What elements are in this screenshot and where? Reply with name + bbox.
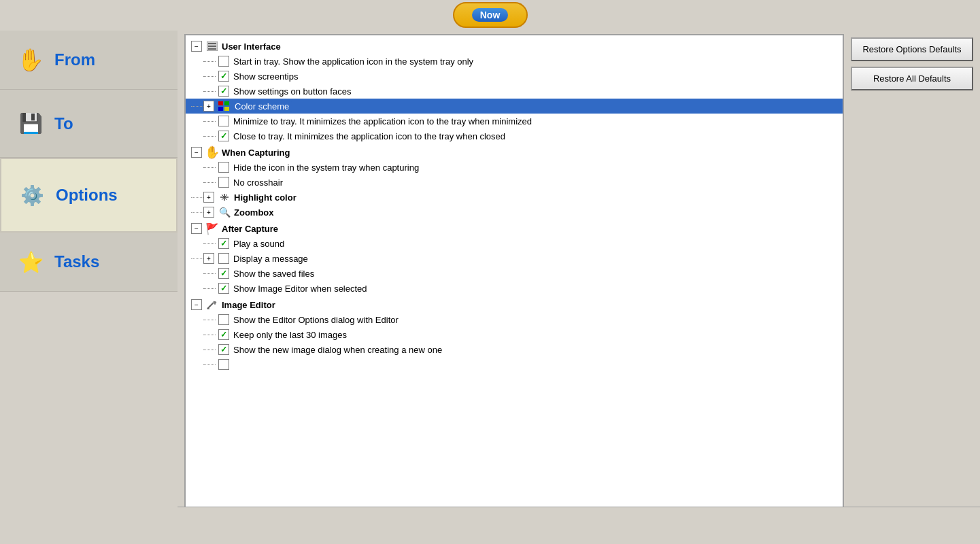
highlight-color-label: Highlight color: [233, 192, 298, 203]
show-saved-label: Show the saved files: [232, 268, 316, 279]
color-scheme-icon: [218, 101, 229, 111]
show-new-image-label: Show the new image dialog when creating …: [232, 344, 443, 356]
svg-rect-5: [224, 101, 229, 105]
tree-item-start-in-tray[interactable]: Start in tray. Show the application icon…: [186, 54, 843, 69]
when-capturing-label: When Capturing: [220, 147, 291, 158]
checkbox-close-tray[interactable]: [218, 131, 229, 141]
close-tray-label: Close to tray. It minimizes the applicat…: [232, 131, 507, 142]
main-container: Now ✋ From 💾 To ⚙️ Options ⭐ Tasks: [0, 0, 980, 544]
svg-marker-13: [214, 301, 216, 305]
minimize-tray-label: Minimize to tray. It minimizes the appli…: [232, 116, 533, 127]
expand-zoombox[interactable]: +: [203, 207, 214, 218]
from-icon: ✋: [14, 43, 48, 77]
show-settings-label: Show settings on button faces: [232, 86, 352, 97]
zoombox-icon: 🔍: [218, 207, 231, 218]
tree-item-close-tray[interactable]: Close to tray. It minimizes the applicat…: [186, 129, 843, 143]
tree-item-zoombox[interactable]: + 🔍 Zoombox: [186, 205, 843, 220]
tree-item-minimize-tray[interactable]: Minimize to tray. It minimizes the appli…: [186, 114, 843, 129]
tree-item-hide-icon[interactable]: Hide the icon in the system tray when ca…: [186, 160, 843, 175]
svg-rect-7: [224, 107, 229, 111]
keep-last-30-label: Keep only the last 30 images: [232, 329, 348, 341]
tree-section-when-capturing[interactable]: − ✋ When Capturing: [186, 145, 843, 160]
sidebar-tasks-label: Tasks: [54, 252, 99, 271]
to-icon: 💾: [14, 107, 48, 141]
expand-when-capturing[interactable]: −: [191, 147, 202, 158]
svg-line-12: [207, 303, 214, 309]
show-screentips-label: Show screentips: [232, 71, 299, 82]
sidebar: ✋ From 💾 To ⚙️ Options ⭐ Tasks: [0, 0, 178, 544]
tree-item-color-scheme[interactable]: + Color scheme: [186, 99, 843, 114]
top-bar: Now: [0, 0, 980, 31]
sidebar-item-from[interactable]: ✋ From: [0, 31, 178, 90]
tree-item-show-saved[interactable]: Show the saved files: [186, 266, 843, 281]
expand-color-scheme[interactable]: +: [203, 101, 214, 112]
tree-item-show-image-editor[interactable]: Show Image Editor when selected: [186, 281, 843, 296]
tree-item-show-screentips[interactable]: Show screentips: [186, 69, 843, 84]
status-bar: [178, 507, 980, 544]
tree-section-image-editor[interactable]: − Image Editor: [186, 297, 843, 312]
partial-label: [232, 364, 235, 365]
options-icon: ⚙️: [15, 178, 49, 212]
options-scroll[interactable]: − User Interface: [186, 35, 843, 536]
checkbox-partial[interactable]: [218, 359, 229, 370]
image-editor-icon: [206, 299, 218, 310]
checkbox-minimize-tray[interactable]: [218, 116, 229, 126]
tree-item-show-new-image[interactable]: Show the new image dialog when creating …: [186, 342, 843, 357]
tree-item-keep-last-30[interactable]: Keep only the last 30 images: [186, 327, 843, 342]
start-in-tray-label: Start in tray. Show the application icon…: [232, 56, 475, 67]
tree-item-display-message[interactable]: + Display a message: [186, 251, 843, 266]
after-capture-icon: 🚩: [206, 223, 218, 234]
sidebar-item-tasks[interactable]: ⭐ Tasks: [0, 233, 178, 292]
checkbox-display-message[interactable]: [218, 253, 229, 264]
color-scheme-label: Color scheme: [232, 101, 292, 112]
tree-item-no-crosshair[interactable]: No crosshair: [186, 175, 843, 190]
display-message-label: Display a message: [232, 253, 309, 265]
tree-item-show-settings[interactable]: Show settings on button faces: [186, 84, 843, 99]
logo-button[interactable]: Now: [453, 2, 528, 28]
checkbox-show-settings[interactable]: [218, 86, 229, 97]
checkbox-show-screentips[interactable]: [218, 71, 229, 82]
after-capture-label: After Capture: [220, 223, 280, 235]
tasks-icon: ⭐: [14, 245, 48, 279]
sidebar-options-label: Options: [56, 186, 118, 205]
user-interface-label: User Interface: [220, 41, 282, 52]
sidebar-item-options[interactable]: ⚙️ Options: [0, 158, 178, 233]
checkbox-start-in-tray[interactable]: [218, 56, 229, 67]
sidebar-to-label: To: [54, 114, 73, 133]
tree-item-highlight-color[interactable]: + Highlight color: [186, 190, 843, 205]
options-panel: − User Interface: [184, 34, 844, 537]
content-area: − User Interface: [178, 0, 980, 544]
svg-rect-4: [218, 101, 223, 105]
checkbox-show-editor-options[interactable]: [218, 314, 229, 325]
checkbox-hide-icon[interactable]: [218, 162, 229, 173]
hide-icon-label: Hide the icon in the system tray when ca…: [232, 162, 420, 173]
expand-image-editor[interactable]: −: [191, 299, 202, 310]
restore-options-button[interactable]: Restore Options Defaults: [851, 37, 973, 61]
when-capturing-icon: ✋: [206, 147, 218, 158]
restore-all-button[interactable]: Restore All Defaults: [851, 67, 973, 90]
sidebar-item-to[interactable]: 💾 To: [0, 90, 178, 158]
checkbox-no-crosshair[interactable]: [218, 177, 229, 188]
tree-section-user-interface[interactable]: − User Interface: [186, 39, 843, 54]
checkbox-show-new-image[interactable]: [218, 344, 229, 355]
checkbox-show-saved[interactable]: [218, 268, 229, 279]
user-interface-icon: [206, 41, 218, 52]
checkbox-show-image-editor[interactable]: [218, 283, 229, 294]
tree-item-show-editor-options[interactable]: Show the Editor Options dialog with Edit…: [186, 312, 843, 327]
show-image-editor-label: Show Image Editor when selected: [232, 283, 369, 294]
checkbox-keep-last-30[interactable]: [218, 329, 229, 340]
expand-highlight-color[interactable]: +: [203, 192, 214, 203]
expand-after-capture[interactable]: −: [191, 223, 202, 234]
image-editor-section-label: Image Editor: [220, 299, 277, 311]
sidebar-from-label: From: [54, 50, 95, 69]
tree-section-after-capture[interactable]: − 🚩 After Capture: [186, 221, 843, 236]
expand-display-message[interactable]: +: [203, 253, 214, 264]
play-sound-label: Play a sound: [232, 238, 286, 250]
tree-item-play-sound[interactable]: Play a sound: [186, 236, 843, 251]
tree-item-partial[interactable]: [186, 357, 843, 372]
svg-rect-6: [218, 107, 223, 111]
expand-user-interface[interactable]: −: [191, 41, 202, 52]
zoombox-label: Zoombox: [233, 207, 275, 218]
right-buttons: Restore Options Defaults Restore All Def…: [851, 34, 973, 537]
checkbox-play-sound[interactable]: [218, 238, 229, 249]
